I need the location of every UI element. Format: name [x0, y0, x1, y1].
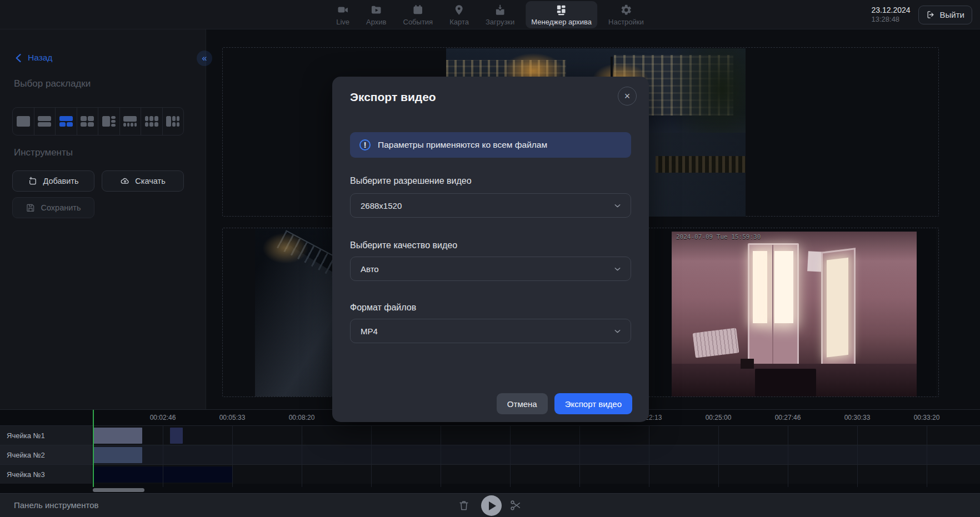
resolution-select[interactable]: 2688x1520	[350, 193, 631, 218]
cut-button[interactable]	[509, 499, 522, 511]
resolution-label: Выберите разрешение видео	[350, 176, 472, 186]
floppy-save-icon	[26, 203, 36, 213]
video-art	[774, 251, 794, 323]
timeline-tick: 00:27:46	[775, 414, 801, 421]
tab-label: Карта	[449, 18, 469, 26]
tab-events[interactable]: События	[398, 1, 439, 28]
quality-label: Выберите качество видео	[350, 240, 457, 250]
layout-section-title: Выбор раскладки	[14, 78, 91, 89]
toolbar-title: Панель инструментов	[14, 500, 98, 510]
timeline-gridline	[579, 425, 580, 487]
layout-two-rows-icon	[38, 116, 51, 127]
save-label: Сохранить	[41, 203, 81, 212]
layout-mosaic-icon	[166, 116, 179, 127]
format-select[interactable]: MP4	[350, 319, 631, 343]
download-button[interactable]: Скачать	[102, 170, 184, 192]
timeline-gridline	[927, 425, 927, 487]
video-art	[741, 359, 754, 369]
timeline-tick: 00:05:33	[219, 414, 246, 421]
info-icon: !	[359, 139, 371, 150]
video-hallway[interactable]: 2024-07-09 Tue 15:59:30	[655, 228, 936, 396]
current-time: 13:28:48	[872, 15, 911, 24]
timeline-row-3: Ячейка №3	[0, 464, 980, 484]
tab-archive-manager[interactable]: Менеджер архива	[526, 1, 597, 28]
layout-option-grid-3x2[interactable]	[141, 108, 162, 135]
layout-option-one-left-three-right[interactable]	[98, 108, 119, 135]
gear-icon	[620, 4, 632, 16]
info-banner-text: Параметры применяются ко всем файлам	[378, 140, 547, 150]
video-art-door	[748, 243, 799, 375]
timeline-gridline	[302, 425, 302, 487]
tab-label: Загрузки	[486, 18, 514, 26]
layout-option-single[interactable]	[13, 108, 34, 135]
collapse-sidebar-button[interactable]: «	[197, 51, 212, 66]
play-button[interactable]	[481, 495, 502, 516]
quality-value: Авто	[361, 264, 379, 274]
chevron-down-icon	[613, 201, 622, 210]
timeline-row-2: Ячейка №2	[0, 445, 980, 464]
tab-label: События	[403, 18, 433, 26]
timeline-gridline	[718, 425, 719, 487]
timeline-gridline	[163, 425, 163, 487]
video-camera-icon	[337, 4, 349, 16]
format-label: Формат файлов	[350, 303, 416, 313]
timeline-clip[interactable]	[170, 428, 183, 444]
close-dialog-button[interactable]: ×	[618, 87, 637, 106]
download-label: Скачать	[135, 177, 165, 185]
add-label: Добавить	[43, 177, 78, 185]
timeline-track-1[interactable]	[92, 426, 980, 445]
tab-live[interactable]: Live	[331, 1, 355, 28]
scissors-icon	[509, 499, 522, 511]
back-link[interactable]: Назад	[14, 53, 52, 63]
timeline-row-label: Ячейка №1	[0, 426, 92, 445]
add-button[interactable]: Добавить	[12, 170, 94, 192]
tab-map[interactable]: Карта	[444, 1, 474, 28]
info-banner: ! Параметры применяются ко всем файлам	[350, 132, 631, 158]
save-button[interactable]: Сохранить	[12, 197, 94, 218]
chevron-down-icon	[613, 327, 622, 336]
layout-selector	[12, 107, 184, 135]
timeline-gridline	[510, 425, 511, 487]
camera-timestamp-overlay: 2024-07-09 Tue 15:59:30	[676, 233, 761, 240]
timeline-track-3[interactable]	[92, 465, 980, 484]
layout-option-mosaic[interactable]	[162, 108, 184, 135]
quality-select[interactable]: Авто	[350, 257, 631, 281]
playhead[interactable]	[93, 410, 94, 487]
scrollbar-thumb[interactable]	[93, 488, 144, 492]
tab-label: Live	[336, 18, 349, 26]
timeline-gridline	[788, 425, 788, 487]
layout-one-top-four-bottom-icon	[123, 116, 137, 127]
download-box-icon	[494, 4, 506, 16]
layout-option-one-top-two-bottom[interactable]	[55, 108, 77, 135]
logout-button[interactable]: Выйти	[918, 6, 972, 24]
tab-settings[interactable]: Настройки	[603, 1, 649, 28]
timeline-tick: 00:25:00	[706, 414, 732, 421]
timeline-gridline	[649, 425, 649, 487]
layout-option-two-rows[interactable]	[34, 108, 56, 135]
timeline-clip[interactable]	[93, 447, 142, 463]
tab-archive[interactable]: Архив	[361, 1, 392, 28]
timeline-gridline	[232, 425, 233, 487]
back-label: Назад	[28, 53, 52, 63]
main-nav: Live Архив События Карта Загрузки Менедж…	[331, 1, 649, 28]
current-date: 23.12.2024	[872, 6, 911, 16]
timeline-tick: 00:33:20	[914, 414, 940, 421]
export-video-button[interactable]: Экспорт видео	[554, 393, 632, 414]
video-art	[827, 257, 848, 357]
chevron-down-icon	[613, 264, 622, 274]
layout-grid-2x2-icon	[81, 116, 94, 127]
timeline-tick: 00:30:33	[844, 414, 871, 421]
row-label-text: Ячейка №2	[7, 451, 45, 459]
layout-option-grid-2x2[interactable]	[77, 108, 98, 135]
logout-icon	[926, 10, 936, 19]
cancel-button[interactable]: Отмена	[497, 393, 548, 414]
delete-button[interactable]	[458, 499, 470, 511]
tab-downloads[interactable]: Загрузки	[480, 1, 520, 28]
timeline-clip[interactable]	[93, 428, 142, 444]
cloud-upload-icon	[120, 176, 130, 186]
dialog-title: Экспорт видео	[350, 91, 436, 104]
calendar-icon	[412, 4, 424, 16]
layout-option-one-top-four-bottom[interactable]	[119, 108, 141, 135]
timeline-track-2[interactable]	[92, 445, 980, 464]
video-art	[753, 251, 767, 323]
